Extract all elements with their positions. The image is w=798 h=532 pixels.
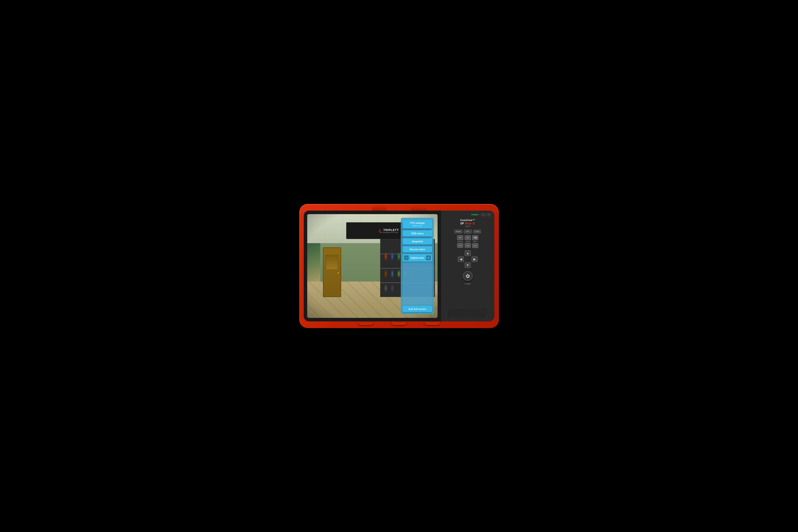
battery2-icon: 2+ — [487, 213, 491, 216]
triplett-logo: △ — [379, 228, 381, 232]
arrow-right-button[interactable]: ▶ — [472, 256, 478, 262]
door — [323, 247, 341, 297]
arrow-pad: ▲ ▼ ◀ ▶ — [458, 250, 478, 268]
iris-minus-button[interactable]: — — [472, 243, 478, 248]
screen-area: △ TRIPLETT Test Equipment & Tools — [307, 214, 438, 318]
power-button-label: POWER — [465, 283, 471, 285]
power-button[interactable]: ⏻ — [463, 271, 473, 281]
brand-logo: CamView™ IP Pro-X 8075 — [460, 219, 475, 227]
focus-col: + FOCUS — — [457, 235, 463, 248]
door-panel — [326, 255, 338, 270]
snapshot-button[interactable]: Snapshot — [402, 238, 432, 245]
device-inner: △ TRIPLETT Test Equipment & Tools — [304, 211, 494, 321]
triplett-sign-text: △ TRIPLETT Test Equipment & Tools — [379, 228, 399, 233]
dot-texture-right — [494, 213, 499, 319]
fzi-section: + FOCUS — + ZOOM — +⊞ IRIS ✕ — — [457, 235, 478, 248]
ui-spacer — [402, 263, 432, 304]
dot-texture-left — [299, 213, 304, 319]
mode-button[interactable]: MODE — [454, 230, 462, 233]
digital-zoom-label: Digital zoom — [411, 257, 424, 259]
brand-ip-pro: IP Pro-X — [460, 222, 475, 225]
signal-icon: ↕ — [479, 213, 480, 216]
zoom-col: + ZOOM — — [464, 235, 471, 248]
zoom-label: ZOOM — [466, 241, 470, 242]
ptz-settings-button[interactable]: PTZ settings dahua coax — [402, 220, 432, 229]
iris-plus-button[interactable]: +⊞ — [472, 235, 478, 240]
status-bar: POWER ↕ 1+ 2+ — [444, 213, 492, 216]
top-button-row: MODE SET SCAN — [454, 230, 481, 233]
arrow-up-button[interactable]: ▲ — [464, 250, 471, 256]
ui-panel: PTZ settings dahua coax OSD menu Snapsho… — [401, 218, 434, 314]
scan-button[interactable]: SCAN — [473, 230, 481, 233]
triplett-subtitle: Test Equipment & Tools — [379, 232, 399, 233]
set-button[interactable]: SET — [464, 230, 472, 233]
iris-label: IRIS ✕ — [473, 241, 478, 243]
zoom-optical-plus-button[interactable]: + — [464, 235, 471, 240]
brand-model-number: 8075 — [460, 225, 475, 227]
zoom-plus-button[interactable]: + — [426, 255, 431, 260]
device-container: △ TRIPLETT Test Equipment & Tools — [299, 204, 499, 328]
focus-plus-button[interactable]: + — [457, 235, 463, 240]
exit-fullscreen-button[interactable]: Exit full screen — [402, 306, 432, 312]
zoom-optical-minus-button[interactable]: — — [464, 243, 471, 248]
speaker-lines — [447, 308, 488, 318]
iris-col: +⊞ IRIS ✕ — — [472, 235, 478, 248]
top-bump-right — [412, 206, 425, 211]
speaker-grille — [449, 308, 487, 318]
arrow-down-button[interactable]: ▼ — [464, 262, 471, 268]
digital-zoom-row: − Digital zoom + — [402, 254, 432, 261]
battery1-icon: 1+ — [482, 213, 486, 216]
zoom-minus-button[interactable]: − — [404, 255, 409, 260]
top-bumps — [373, 206, 425, 211]
osd-menu-button[interactable]: OSD menu — [402, 230, 432, 236]
triplett-brand-name: TRIPLETT — [383, 228, 399, 232]
record-video-button[interactable]: Record video — [402, 246, 432, 252]
arrow-left-button[interactable]: ◀ — [458, 256, 464, 262]
ptz-sub-label: dahua coax — [403, 225, 431, 227]
control-panel: POWER ↕ 1+ 2+ CamView™ IP Pro-X 8075 MOD… — [441, 211, 494, 321]
brand-camview: CamView™ — [460, 219, 475, 222]
top-bump-left — [373, 206, 386, 211]
focus-label: FOCUS — [457, 241, 463, 242]
door-knob — [338, 272, 339, 273]
focus-minus-button[interactable]: — — [457, 243, 463, 248]
power-led: POWER — [472, 214, 478, 216]
